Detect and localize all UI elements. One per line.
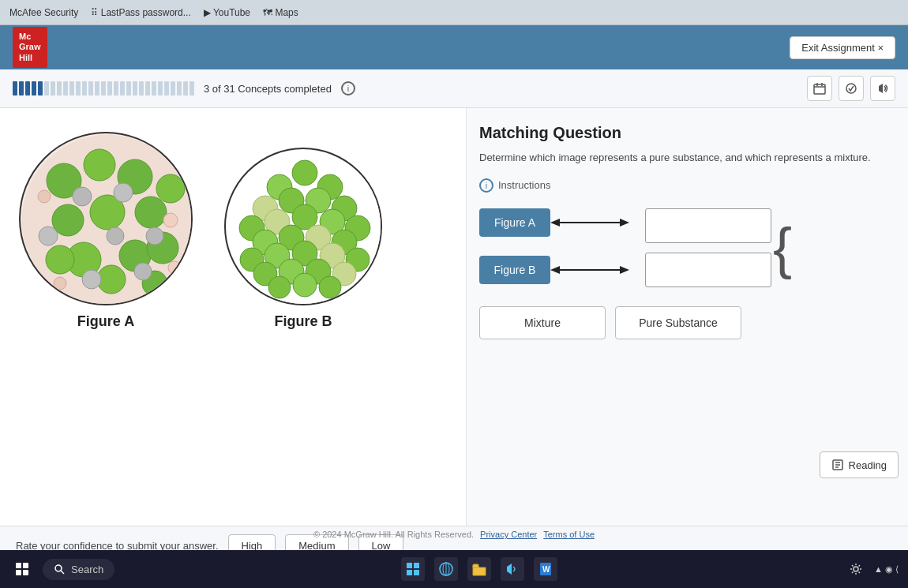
progress-segment-empty bbox=[183, 81, 188, 96]
pure-substance-choice-button[interactable]: Pure Substance bbox=[615, 306, 741, 339]
question-description: Determine which image represents a pure … bbox=[479, 150, 892, 166]
figure-b-arrow bbox=[550, 262, 629, 278]
svg-point-26 bbox=[134, 263, 152, 280]
progress-segment-empty bbox=[139, 81, 144, 96]
figure-b-svg bbox=[226, 149, 382, 305]
taskbar-browser-icon bbox=[438, 561, 454, 577]
svg-point-24 bbox=[107, 227, 124, 245]
figure-b-label: Figure B bbox=[274, 313, 332, 330]
taskbar-search[interactable]: Search bbox=[43, 559, 114, 580]
progress-segment-empty bbox=[57, 81, 62, 96]
right-brace: { bbox=[773, 219, 792, 276]
answer-box-a[interactable] bbox=[645, 208, 771, 243]
instructions-info-icon: i bbox=[479, 178, 493, 193]
instructions-label: Instructions bbox=[498, 179, 550, 191]
taskbar-icon-1[interactable] bbox=[401, 557, 425, 581]
svg-point-20 bbox=[73, 187, 92, 206]
answer-boxes bbox=[645, 208, 771, 287]
progress-segment-empty bbox=[164, 81, 169, 96]
progress-segment-empty bbox=[145, 81, 150, 96]
progress-segment-empty bbox=[120, 81, 125, 96]
progress-info-icon[interactable]: i bbox=[341, 81, 355, 96]
tab-lastpass[interactable]: ⠿ LastPass password... bbox=[91, 7, 190, 18]
progress-segment-filled bbox=[32, 81, 36, 96]
figure-a-arrow bbox=[550, 215, 629, 230]
matching-section: Figure A Figure B bbox=[479, 208, 892, 287]
taskbar-time: ▲ ◉ ⟨ bbox=[874, 564, 899, 575]
svg-point-70 bbox=[55, 565, 62, 571]
mixture-choice-button[interactable]: Mixture bbox=[479, 306, 606, 339]
svg-point-58 bbox=[293, 273, 317, 297]
progress-segment-empty bbox=[107, 81, 112, 96]
figure-a-matching-button[interactable]: Figure A bbox=[479, 208, 550, 237]
taskbar-app-icon bbox=[405, 561, 421, 577]
svg-marker-61 bbox=[550, 219, 560, 227]
progress-segment-filled bbox=[38, 81, 43, 96]
progress-segment-empty bbox=[152, 81, 156, 96]
privacy-link[interactable]: Privacy Center bbox=[480, 530, 537, 539]
taskbar-settings-icon[interactable] bbox=[844, 557, 868, 581]
svg-point-30 bbox=[168, 261, 181, 274]
svg-point-27 bbox=[38, 190, 51, 203]
svg-marker-62 bbox=[620, 219, 629, 227]
tab-maps[interactable]: 🗺 Maps bbox=[263, 7, 298, 18]
tab-mcafee[interactable]: McAfee Security bbox=[9, 7, 78, 18]
bottom-footer: Rate your confidence to submit your answ… bbox=[0, 526, 908, 550]
figure-b-matching-row: Figure B bbox=[479, 256, 629, 284]
reading-button[interactable]: Reading bbox=[820, 451, 899, 478]
progress-segment-empty bbox=[76, 81, 81, 96]
audio-icon[interactable] bbox=[870, 76, 895, 101]
figure-b-image bbox=[224, 148, 382, 305]
tab-youtube[interactable]: ▶ YouTube bbox=[204, 7, 250, 18]
progress-bar bbox=[13, 81, 194, 96]
progress-segment-filled bbox=[19, 81, 24, 96]
svg-point-29 bbox=[54, 277, 66, 290]
windows-logo-icon bbox=[16, 563, 28, 575]
taskbar-icon-5[interactable]: W bbox=[534, 557, 557, 581]
progress-segment-empty bbox=[171, 81, 175, 96]
svg-point-57 bbox=[268, 276, 291, 298]
progress-segment-empty bbox=[88, 81, 93, 96]
svg-point-25 bbox=[82, 270, 101, 289]
figure-b-matching-button[interactable]: Figure B bbox=[479, 256, 550, 284]
svg-point-11 bbox=[52, 204, 84, 236]
progress-text: 3 of 31 Concepts completed bbox=[204, 83, 332, 95]
high-confidence-button[interactable]: High bbox=[228, 534, 276, 550]
svg-marker-65 bbox=[620, 266, 629, 274]
copyright-text: © 2024 McGraw Hill. All Rights Reserved. bbox=[313, 530, 474, 539]
svg-point-13 bbox=[135, 197, 167, 228]
progress-segment-empty bbox=[69, 81, 74, 96]
taskbar-icon-4[interactable] bbox=[501, 557, 524, 581]
reading-icon bbox=[831, 459, 844, 471]
svg-line-71 bbox=[61, 571, 64, 574]
taskbar-center: W bbox=[401, 557, 557, 581]
svg-marker-5 bbox=[879, 84, 883, 93]
svg-marker-80 bbox=[507, 564, 512, 575]
content-area: Figure A bbox=[0, 108, 908, 526]
exit-assignment-button[interactable]: Exit Assignment × bbox=[790, 36, 895, 59]
progress-segment-empty bbox=[101, 81, 106, 96]
svg-marker-64 bbox=[550, 266, 560, 274]
windows-start-button[interactable] bbox=[9, 556, 35, 582]
taskbar: Search bbox=[0, 550, 908, 588]
checkmark-icon[interactable] bbox=[839, 76, 864, 101]
taskbar-icon-2[interactable] bbox=[434, 557, 458, 581]
svg-rect-73 bbox=[414, 563, 419, 568]
progress-segment-empty bbox=[44, 81, 49, 96]
search-icon bbox=[54, 564, 65, 575]
terms-link[interactable]: Terms of Use bbox=[543, 530, 595, 539]
taskbar-left: Search bbox=[9, 556, 114, 582]
left-panel: Figure A bbox=[0, 108, 466, 526]
figure-a-image bbox=[19, 132, 193, 305]
calendar-icon[interactable] bbox=[807, 76, 832, 101]
progress-segment-empty bbox=[177, 81, 182, 96]
svg-point-22 bbox=[146, 227, 163, 245]
svg-point-21 bbox=[114, 183, 133, 202]
taskbar-icon-3[interactable] bbox=[467, 557, 491, 581]
progress-segment-filled bbox=[25, 81, 30, 96]
instructions-link[interactable]: i Instructions bbox=[479, 178, 892, 193]
svg-point-8 bbox=[84, 149, 115, 181]
progress-segment-empty bbox=[82, 81, 87, 96]
answer-box-b[interactable] bbox=[645, 253, 771, 287]
svg-point-32 bbox=[292, 160, 317, 185]
